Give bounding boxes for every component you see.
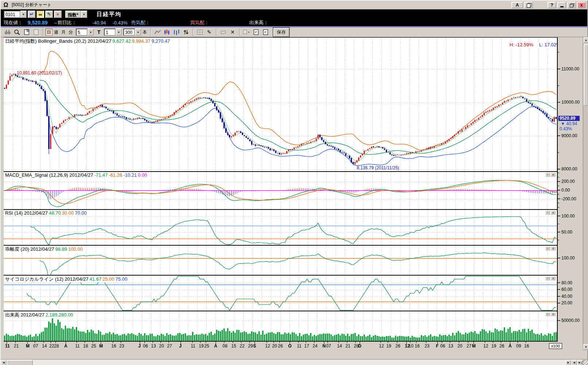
pane-minimize-button[interactable]: −	[545, 312, 550, 316]
sort-arrows-button[interactable]	[181, 28, 190, 36]
bar-chart-button[interactable]	[172, 28, 181, 36]
step-back-button[interactable]: ◄	[571, 360, 577, 365]
delete-button[interactable]: ✕	[54, 11, 62, 18]
line-chart-button[interactable]	[153, 28, 162, 36]
price-canvas	[4, 38, 557, 171]
x-axis-tick	[113, 342, 113, 343]
help-button[interactable]: ?	[548, 2, 556, 8]
font-button[interactable]: A	[511, 2, 523, 8]
prev-diff-pct: -0.43%	[112, 20, 127, 26]
zoom-tool-button[interactable]	[12, 28, 22, 36]
x-axis-tick	[85, 342, 85, 343]
draw-tool-button[interactable]: ✎	[205, 28, 214, 36]
period-monthly-button[interactable]: 月	[60, 28, 67, 36]
save-button[interactable]: 保存	[273, 28, 289, 37]
pane-close-button[interactable]: x	[551, 173, 556, 177]
x-axis-label: 26	[278, 343, 283, 349]
x-axis-label: D	[358, 343, 361, 349]
page-restore-button[interactable]	[31, 28, 40, 36]
chevron-down-icon[interactable]: ▼	[88, 28, 94, 36]
x-axis-label: 17	[304, 343, 309, 349]
x-axis-tick	[121, 342, 121, 343]
step-end-button[interactable]: ►|	[577, 360, 583, 365]
resize-grip[interactable]	[583, 360, 588, 365]
page-setup-button[interactable]	[22, 28, 31, 36]
binoculars-tool-button[interactable]	[3, 28, 12, 36]
x-axis-label: 20	[159, 343, 164, 349]
bar-count-combo[interactable]: 300 ▼	[123, 28, 141, 36]
eraser-tool-button[interactable]	[218, 28, 228, 36]
template-page-button[interactable]: P	[251, 28, 260, 36]
return-icon: ↵	[30, 12, 33, 17]
rsi-pane[interactable]: RSI (14) 2012/04/2748.7030.0070.00 −x	[4, 210, 557, 246]
x-axis-tick	[144, 342, 145, 343]
macd-pane[interactable]: MACD_EMA_Signal (12,26,9) 2012/04/27-71.…	[4, 172, 557, 210]
chevron-down-icon[interactable]: ▼	[20, 11, 27, 18]
scroll-up-button[interactable]: ▲	[583, 37, 588, 43]
horizontal-scroll-thumb[interactable]	[7, 360, 33, 365]
x-axis-label: J	[179, 343, 182, 349]
clear-drawings-button[interactable]: ✕	[228, 28, 237, 36]
tick-button[interactable]: T	[95, 29, 102, 35]
x-axis-label: 29	[248, 343, 253, 349]
chevron-down-icon[interactable]: ▼	[116, 28, 122, 36]
chart-plot-area[interactable]: 日経平均(指数) Bollinger_Bands (20,2) 2012/04/…	[4, 37, 558, 342]
macd-pane-title: MACD_EMA_Signal (12,26,9) 2012/04/27-71.…	[4, 172, 149, 178]
chevron-down-icon[interactable]: ▼	[81, 11, 87, 18]
pane-minimize-button[interactable]: −	[545, 246, 550, 250]
interval-value: 5	[76, 28, 88, 36]
pane-controls: −x	[545, 246, 556, 250]
pane-minimize-button[interactable]: −	[545, 276, 550, 280]
x-axis-label: 28	[54, 343, 59, 349]
price-pane[interactable]: 日経平均(指数) Bollinger_Bands (20,2) 2012/04/…	[4, 38, 557, 172]
scroll-right-button[interactable]: ►	[565, 360, 571, 365]
x-axis-label: 11	[75, 343, 80, 349]
volume-pane[interactable]: 出来高 2012/04/272,189,280.00 −x	[4, 311, 557, 342]
restore-button[interactable]	[567, 2, 576, 8]
interval-combo[interactable]: 5 ▼	[76, 28, 94, 36]
pane-minimize-button[interactable]: −	[545, 211, 550, 215]
period-daily-button[interactable]: 日	[45, 28, 53, 36]
x-axis-label: M	[472, 343, 476, 349]
x-axis-label: N	[322, 343, 326, 349]
stock-code-combo[interactable]: 0101 ▼	[4, 11, 27, 18]
pane-minimize-button[interactable]: −	[545, 173, 550, 177]
pane-title-part: MACD_EMA_Signal (12,26,9) 2012/04/27	[5, 172, 93, 178]
copy-chart-button[interactable]	[242, 28, 251, 36]
category-combo[interactable]: 指数* ▼	[65, 11, 87, 18]
x-axis-tick	[55, 342, 56, 343]
scroll-left-button[interactable]: ◄	[1, 360, 7, 365]
template-save-page-button[interactable]: P	[261, 28, 270, 36]
x-axis-tick	[450, 342, 450, 343]
minimize-icon	[560, 6, 564, 7]
scroll-down-button[interactable]: ▼	[583, 344, 588, 350]
vertical-scrollbar[interactable]: ▲ ▼	[583, 37, 588, 350]
multiplier-combo[interactable]: 1 ▼	[104, 28, 122, 36]
pane-close-button[interactable]: x	[551, 276, 556, 280]
pane-close-button[interactable]: x	[551, 246, 556, 250]
pane-controls: −x	[545, 312, 556, 316]
period-minute-button[interactable]: 分	[67, 28, 74, 36]
enter-button[interactable]: ↵	[28, 11, 35, 18]
copy-dropdown-icon	[243, 30, 250, 35]
edit-button[interactable]: ✎	[45, 11, 53, 18]
vertical-scroll-thumb[interactable]	[584, 44, 588, 106]
horizontal-scrollbar[interactable]: ◄ ► ◄ ►|	[1, 359, 588, 365]
copy-window-button[interactable]	[524, 2, 533, 8]
deviation-pane[interactable]: 乖離度 (20) 2012/04/2798.89100.00 −x	[4, 246, 557, 276]
x-axis-label: 14	[42, 343, 47, 349]
x-axis-tick	[224, 342, 224, 343]
candle-chart-button[interactable]	[162, 28, 171, 36]
pane-title-part: 75.00	[116, 276, 128, 282]
chevron-down-icon[interactable]: ▼	[135, 28, 141, 36]
x-axis-label: 08	[223, 343, 227, 349]
close-button[interactable]: x	[577, 2, 586, 8]
period-weekly-button[interactable]: 週	[53, 28, 60, 36]
psychological-pane[interactable]: サイコロジカルライン (12) 2012/04/2741.6725.0075.0…	[4, 276, 557, 311]
up-down-arrows-icon	[183, 29, 189, 35]
grid-tool-button[interactable]	[195, 28, 204, 36]
pane-close-button[interactable]: x	[551, 312, 556, 316]
search-button[interactable]: ∞	[36, 11, 44, 18]
minimize-button[interactable]	[557, 2, 566, 8]
pane-close-button[interactable]: x	[551, 211, 556, 215]
